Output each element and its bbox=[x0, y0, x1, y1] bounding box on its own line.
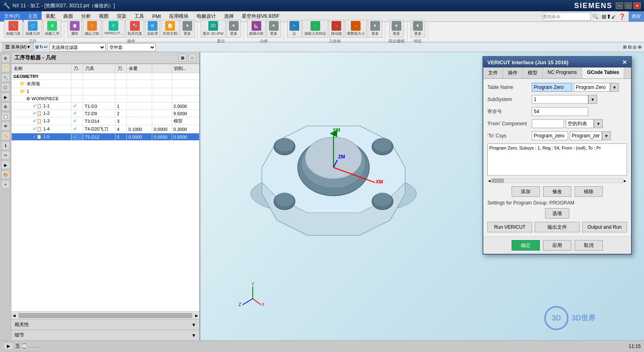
tab-file[interactable]: 文件 bbox=[483, 67, 503, 78]
table-name-input[interactable] bbox=[532, 83, 572, 92]
filter-select[interactable]: 无选择过滤器 bbox=[49, 43, 106, 51]
extract-geometry-btn[interactable]: ↑ 抽取几何特征 bbox=[302, 20, 328, 38]
start-btn[interactable]: ▶ bbox=[3, 342, 14, 350]
nav-tab-details[interactable]: 细节 ▼ bbox=[11, 330, 199, 340]
sidebar-extra-icon[interactable]: + bbox=[1, 180, 10, 189]
machine-sim-btn[interactable]: 🔩 机床仿真 bbox=[126, 20, 144, 38]
more-analysis-btn[interactable]: ▼ 更多 bbox=[266, 20, 281, 38]
menu-dropdown-btn[interactable]: ☰ 菜单(M)▼ bbox=[2, 43, 34, 51]
help-icon[interactable]: ❓ bbox=[619, 13, 629, 20]
status-left: ▶ 五 ⌚ . . . . bbox=[3, 342, 38, 350]
sidebar-ops-icon[interactable]: ▶ bbox=[1, 93, 10, 101]
subsystem-dropdown-btn[interactable]: ▼ bbox=[588, 95, 597, 104]
sidebar-tool-icon[interactable]: 🔧 bbox=[1, 73, 10, 82]
tutorial-btn[interactable]: 教程 bbox=[629, 11, 644, 22]
display-3dipw-btn[interactable]: 3D 显示 3D IPW bbox=[201, 20, 226, 38]
to-csys-input2[interactable] bbox=[570, 131, 602, 140]
nav-maximize-btn[interactable]: □ bbox=[188, 54, 196, 62]
point-btn[interactable]: • 点 bbox=[287, 20, 302, 38]
maximize-btn[interactable]: □ bbox=[625, 2, 632, 9]
post-process-btn[interactable]: ⚙ 后处理 bbox=[145, 20, 160, 38]
close-btn[interactable]: ✕ bbox=[634, 2, 641, 9]
sidebar-color-icon[interactable]: 🎨 bbox=[1, 170, 10, 179]
output-and-run-btn[interactable]: Output and Run bbox=[582, 222, 627, 232]
create-tool-btn[interactable]: 🔧 创建刀具 bbox=[4, 20, 23, 38]
sidebar-measure-icon[interactable]: 📏 bbox=[1, 131, 10, 140]
subsystem-input[interactable] bbox=[532, 95, 588, 104]
table-row-selected[interactable]: ✓📋 1-5 ✓ T5-D12 5 0.0000 0.0000 0.0000 bbox=[12, 133, 199, 141]
confirm-btn[interactable]: 确定 bbox=[512, 240, 540, 251]
table-name-select-input[interactable] bbox=[574, 83, 610, 92]
workshop-doc-btn[interactable]: 📄 车间文档 bbox=[161, 20, 179, 38]
dialog-close-btn[interactable]: ✕ bbox=[622, 59, 627, 65]
sidebar-view-icon[interactable]: 👁 bbox=[1, 122, 10, 131]
sidebar-info-icon[interactable]: ℹ bbox=[1, 141, 10, 150]
table-row[interactable]: ✓📋 1-1 ✓ T1-D3 1 2.0000 bbox=[12, 103, 199, 110]
minimize-btn[interactable]: ─ bbox=[616, 2, 623, 9]
from-component-row: 'From' Component ▼ bbox=[487, 119, 627, 128]
cmd-icon-2[interactable]: ↻ bbox=[40, 44, 43, 50]
options-btn[interactable]: 选项 bbox=[545, 208, 569, 219]
to-csys-input1[interactable] bbox=[532, 131, 568, 140]
move-face-btn[interactable]: → 移动面 bbox=[329, 20, 344, 38]
verify-toolpath-btn[interactable]: ✓ 确认刀轨 bbox=[83, 20, 101, 38]
properties-btn[interactable]: 📋 属性 bbox=[67, 20, 82, 38]
cmd-icon-1[interactable]: ⊞ bbox=[35, 44, 39, 50]
nav-horizontal-scroll[interactable]: ◄ ► bbox=[11, 311, 199, 319]
table-row[interactable]: ✓📋 1-3 ✓ T3-D14 3 模型 bbox=[12, 117, 199, 125]
table-name-dropdown-btn[interactable]: ▼ bbox=[610, 83, 619, 92]
more-display-btn[interactable]: ▼ 更多 bbox=[227, 20, 241, 38]
sidebar-sim-icon[interactable]: ▶ bbox=[1, 160, 10, 169]
run-vericut-btn[interactable]: Run VERICUT bbox=[487, 222, 532, 232]
nav-tab-relations[interactable]: 相关性 ▼ bbox=[11, 319, 199, 330]
tab-operations[interactable]: 操作 bbox=[503, 67, 523, 78]
table-row[interactable]: ✓📋 1-2 ✓ T2-D9 2 9.5000 bbox=[12, 110, 199, 117]
more-feature-btn[interactable]: ▼ 更多 bbox=[411, 20, 425, 38]
sidebar-machine-icon[interactable]: ⚙ bbox=[1, 102, 10, 111]
table-row[interactable]: ✓📋 1-4 ✓ T4-D20飞刀 4 0.1000 0.0000 0.3000 bbox=[12, 125, 199, 133]
remove-btn[interactable]: 移除 bbox=[575, 186, 603, 197]
scroll-track[interactable] bbox=[19, 313, 192, 318]
cancel-btn[interactable]: 取消 bbox=[575, 240, 603, 251]
search-command-input[interactable] bbox=[542, 13, 591, 21]
cmd-icon-3[interactable]: ↩ bbox=[44, 44, 48, 50]
tab-model[interactable]: 模型 bbox=[523, 67, 543, 78]
create-operation-btn[interactable]: ⚙ 创建工序 bbox=[43, 20, 61, 38]
sidebar-cut-icon[interactable]: ✂ bbox=[1, 151, 10, 160]
sidebar-settings-icon[interactable]: ⚙ bbox=[1, 54, 10, 63]
scroll-left-btn[interactable]: ◄ bbox=[11, 313, 17, 318]
nav-grid-view-btn[interactable]: ⊞ bbox=[178, 54, 187, 62]
more-sync-btn[interactable]: ▼ 更多 bbox=[389, 20, 404, 38]
sidebar-nav-icon[interactable]: 📁 bbox=[1, 63, 10, 72]
vericut-btn[interactable]: V VERICUT... bbox=[102, 20, 125, 38]
layout-icons[interactable]: ⊞⬆↙ bbox=[602, 13, 619, 20]
from-component-list-input[interactable] bbox=[566, 119, 594, 128]
sidebar-prog-icon[interactable]: 📋 bbox=[1, 112, 10, 121]
tab-gcode-tables[interactable]: GCode Tables bbox=[582, 67, 625, 78]
from-component-input[interactable] bbox=[532, 119, 564, 128]
search-icon[interactable]: 🔍 bbox=[592, 14, 598, 19]
export-file-btn[interactable]: 输出文件 bbox=[535, 222, 579, 232]
to-csys-dropdown-btn[interactable]: ▼ bbox=[602, 131, 611, 140]
tab-nc-programs[interactable]: NC Programs bbox=[543, 67, 582, 78]
from-component-dropdown-btn[interactable]: ▼ bbox=[594, 119, 603, 128]
create-geometry-btn[interactable]: ⬡ 创建几何 bbox=[23, 20, 42, 38]
assembly-select[interactable]: 空件套 bbox=[107, 43, 156, 51]
register-input[interactable] bbox=[532, 107, 588, 116]
dialog-scroll-bar[interactable]: ◄ ► bbox=[487, 178, 627, 183]
window-controls[interactable]: ─ □ ✕ bbox=[616, 2, 641, 9]
scroll-right-btn[interactable]: ► bbox=[194, 313, 199, 318]
draft-analysis-btn[interactable]: 📐 拨模分析 bbox=[247, 20, 266, 38]
modify-btn[interactable]: 修改 bbox=[543, 186, 571, 197]
sidebar-geom-icon[interactable]: ⬡ bbox=[1, 83, 10, 92]
scroll-left-arrow[interactable]: ◄ bbox=[487, 179, 491, 183]
view-area[interactable]: YM ZM XM Y X Z 3D 3D世界 VERICUT I bbox=[200, 52, 644, 340]
add-btn[interactable]: 添加 bbox=[512, 186, 540, 197]
scroll-thumb[interactable] bbox=[492, 179, 504, 183]
more-ops-btn[interactable]: ▼ 更多 bbox=[180, 20, 195, 38]
scroll-track[interactable] bbox=[491, 178, 623, 183]
more-geometry-btn[interactable]: ▼ 更多 bbox=[368, 20, 382, 38]
apply-btn[interactable]: 应用 bbox=[543, 240, 571, 251]
scroll-right-arrow[interactable]: ► bbox=[623, 179, 627, 183]
resize-face-btn[interactable]: ↔ 调整面大小 bbox=[345, 20, 367, 38]
